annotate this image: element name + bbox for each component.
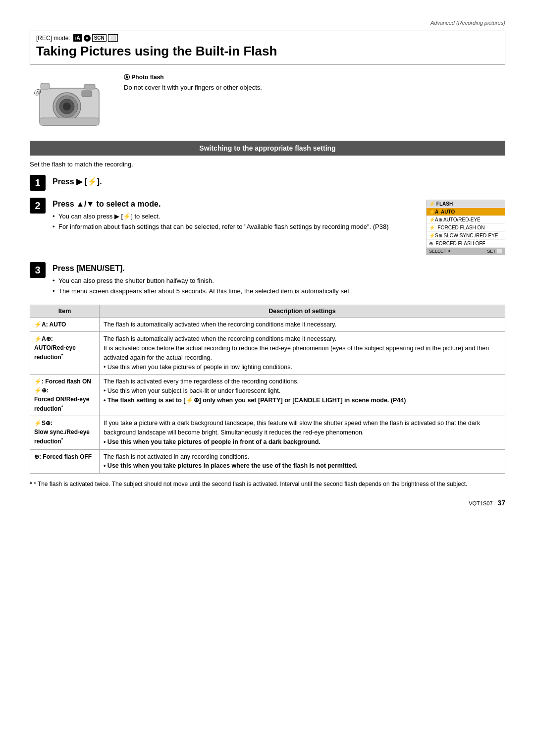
svg-rect-8 xyxy=(40,118,99,125)
page-code: VQT1S07 xyxy=(469,500,492,506)
mode-scene-icon: ⬜ xyxy=(108,34,118,42)
step-3-bullet-1: You can also press the shutter button ha… xyxy=(53,276,505,286)
table-col-item: Item xyxy=(30,305,100,317)
table-desc-auto: The flash is automatically activated whe… xyxy=(100,317,505,332)
footnote: * * The flash is activated twice. The su… xyxy=(30,480,505,489)
step-2-layout: Press ▲/▼ to select a mode. You can also… xyxy=(53,200,505,255)
rec-mode-bar: [REC] mode: iA ● SCN ⬜ Taking Pictures u… xyxy=(30,31,505,64)
step-1-content: Press ▶ [⚡]. xyxy=(53,175,505,189)
flash-menu-row-slow-sync: ⚡S⊕ SLOW SYNC./RED-EYE xyxy=(427,232,505,240)
table-item-forced-on: ⚡: Forced flash ON ⚡⊕: Forced ON/Red-eye… xyxy=(30,375,100,416)
rec-mode-label: [REC] mode: iA ● SCN ⬜ xyxy=(36,34,499,42)
step-3-title: Press [MENU/SET]. xyxy=(53,264,505,273)
mode-scn-icon: SCN xyxy=(92,34,107,42)
step-2-bullet-2: For information about flash settings tha… xyxy=(53,222,416,232)
table-item-auto: ⚡A: AUTO xyxy=(30,317,100,332)
table-item-slow-sync: ⚡S⊕: Slow sync./Red-eye reduction* xyxy=(30,416,100,449)
flash-note-text: Do not cover it with your fingers or oth… xyxy=(124,84,505,91)
footnote-text: * The flash is activated twice. The subj… xyxy=(34,481,467,487)
step-2: 2 Press ▲/▼ to select a mode. You can al… xyxy=(30,198,505,255)
table-row: ⚡A: AUTO The flash is automatically acti… xyxy=(30,317,505,332)
step-2-number: 2 xyxy=(30,198,46,214)
table-row: ⊕: Forced flash OFF The flash is not act… xyxy=(30,449,505,474)
settings-table: Item Description of settings ⚡A: AUTO Th… xyxy=(30,305,505,474)
set-flash-text: Set the flash to match the recording. xyxy=(30,161,505,168)
photo-flash-note: Ⓐ Photo flash Do not cover it with your … xyxy=(124,73,505,91)
step-1-title: Press ▶ [⚡]. xyxy=(53,177,505,186)
mode-ia-icon: iA xyxy=(73,34,82,42)
svg-rect-5 xyxy=(41,83,50,89)
step-3-number: 3 xyxy=(30,262,46,278)
step-3-content: Press [MENU/SET]. You can also press the… xyxy=(53,262,505,297)
flash-menu-row-auto-redeye: ⚡A⊕ AUTO/RED-EYE xyxy=(427,216,505,224)
table-item-forced-off: ⊕: Forced flash OFF xyxy=(30,449,100,474)
page-number: VQT1S07 37 xyxy=(30,499,505,507)
svg-point-4 xyxy=(63,103,71,110)
flash-menu-screenshot: ⚡ FLASH ⚡A AUTO ⚡A⊕ AUTO/RED-EYE ⚡ FORCE… xyxy=(426,200,505,255)
camera-image-box: Ⓐ xyxy=(30,73,109,132)
step-1: 1 Press ▶ [⚡]. xyxy=(30,175,505,191)
footnote-star: * xyxy=(30,481,34,487)
table-col-desc: Description of settings xyxy=(100,305,505,317)
step-2-bullets: You can also press ▶ [⚡] to select. For … xyxy=(53,212,416,232)
step-3-bullet-2: The menu screen disappears after about 5… xyxy=(53,286,505,297)
table-row: ⚡S⊕: Slow sync./Red-eye reduction* If yo… xyxy=(30,416,505,449)
svg-rect-6 xyxy=(84,84,95,89)
step-2-content: Press ▲/▼ to select a mode. You can also… xyxy=(53,198,505,255)
step-1-number: 1 xyxy=(30,175,46,191)
flash-menu-row-forced-off: ⊕ FORCED FLASH OFF xyxy=(427,240,505,248)
mode-circle-icon: ● xyxy=(84,35,91,42)
svg-rect-7 xyxy=(82,91,92,97)
table-row: ⚡: Forced flash ON ⚡⊕: Forced ON/Red-eye… xyxy=(30,375,505,416)
intro-section: Ⓐ Ⓐ Photo flash Do not cover it with you… xyxy=(30,73,505,132)
step-2-title: Press ▲/▼ to select a mode. xyxy=(53,200,416,209)
flash-menu-row-forced-on: ⚡ FORCED FLASH ON xyxy=(427,224,505,232)
table-desc-slow-sync: If you take a picture with a dark backgr… xyxy=(100,416,505,449)
page-header: Advanced (Recording pictures) xyxy=(30,20,505,26)
table-desc-forced-off: The flash is not activated in any record… xyxy=(100,449,505,474)
step-2-bullet-1: You can also press ▶ [⚡] to select. xyxy=(53,212,416,222)
flash-menu-footer: SELECT ✦ SET ⬜ xyxy=(427,248,505,255)
step-3: 3 Press [MENU/SET]. You can also press t… xyxy=(30,262,505,297)
table-desc-forced-on: The flash is activated every time regard… xyxy=(100,375,505,416)
table-row: ⚡A⊕: AUTO/Red-eye reduction* The flash i… xyxy=(30,332,505,375)
table-desc-auto-redeye: The flash is automatically activated whe… xyxy=(100,332,505,375)
page-note: Advanced (Recording pictures) xyxy=(430,20,505,26)
a-label: Ⓐ xyxy=(34,88,40,97)
table-item-auto-redeye: ⚡A⊕: AUTO/Red-eye reduction* xyxy=(30,332,100,375)
flash-label: Ⓐ Photo flash xyxy=(124,73,505,82)
switching-bar: Switching to the appropriate flash setti… xyxy=(30,141,505,156)
page-num: 37 xyxy=(497,499,505,507)
flash-menu-row-auto: ⚡A AUTO xyxy=(427,208,505,216)
rec-mode-text: [REC] mode: xyxy=(36,35,70,42)
mode-icons: iA ● SCN ⬜ xyxy=(73,34,118,42)
step-3-bullets: You can also press the shutter button ha… xyxy=(53,276,505,297)
page-title: Taking Pictures using the Built-in Flash xyxy=(36,44,499,59)
camera-illustration xyxy=(30,73,107,130)
flash-menu-header: ⚡ FLASH xyxy=(427,200,505,208)
step-2-text: Press ▲/▼ to select a mode. You can also… xyxy=(53,200,416,232)
